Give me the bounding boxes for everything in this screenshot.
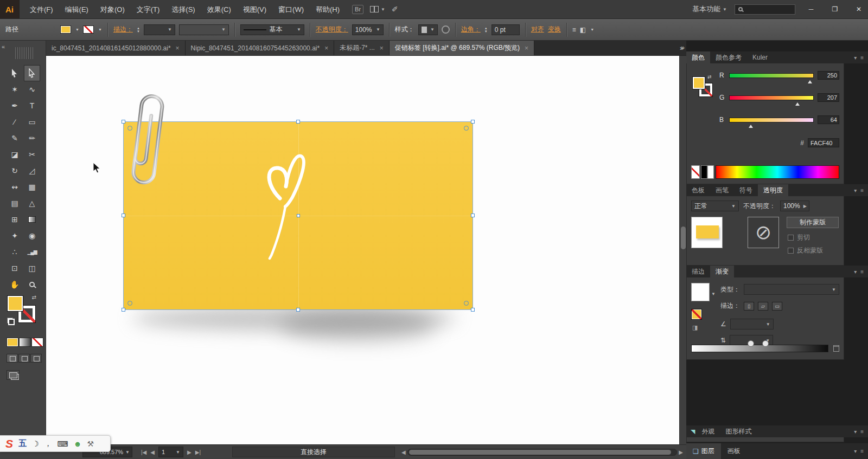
type-tool[interactable]: T [24,98,40,114]
panel-grip[interactable] [15,47,35,59]
corner-radius-widget[interactable] [464,301,469,306]
align-link[interactable]: 对齐 [531,25,544,34]
menu-file[interactable]: 文件(F) [24,0,59,19]
swap-fill-stroke-icon[interactable]: ⇄ [707,74,712,80]
scroll-left-icon[interactable]: ◀ [401,449,406,455]
menu-edit[interactable]: 编辑(E) [59,0,94,19]
menu-select[interactable]: 选择(S) [165,0,201,19]
white-swatch[interactable] [707,165,714,179]
column-graph-tool[interactable]: ▁▄▆ [24,244,40,260]
blend-mode-dropdown[interactable]: 正常▼ [691,201,739,211]
arrange-documents-button[interactable]: ▼ [370,6,385,12]
punctuation-icon[interactable]: ， [44,439,52,449]
red-slider[interactable] [729,73,814,78]
chevron-down-icon[interactable]: ▾ [854,448,857,454]
close-button[interactable]: ✕ [851,0,867,19]
gradient-swatch[interactable] [691,283,710,301]
gradient-bar[interactable] [691,345,828,352]
default-fill-stroke-icon[interactable] [7,318,13,324]
zoom-tool[interactable] [24,276,40,293]
artboard-number-dropdown[interactable]: 1 ▼ [158,447,183,457]
minimize-button[interactable]: ─ [803,0,819,19]
paintbrush-tool[interactable]: ✎ [7,130,23,146]
wrench-icon[interactable]: ⚒ [87,439,94,448]
mesh-tool[interactable]: ⊞ [7,211,23,228]
color-button[interactable] [7,338,18,347]
tab-symbols[interactable]: 符号 [734,184,758,196]
scroll-right-icon[interactable]: ▶ [679,449,683,455]
hand-tool[interactable]: ✋ [7,276,23,293]
corner-radius-widget[interactable] [464,126,469,131]
style-dropdown[interactable]: ▼ [418,24,438,35]
chevron-down-icon[interactable]: ▾ [854,188,857,193]
pencil-tool[interactable]: ✏ [24,130,40,146]
panel-menu-icon[interactable]: ≡ [860,429,864,435]
panel-menu-icon[interactable]: ≡ [860,188,864,193]
selection-handle[interactable] [471,120,475,124]
delete-stop-icon[interactable] [833,345,839,352]
fill-proxy[interactable] [7,295,23,312]
gradient-fill-proxy[interactable] [691,309,702,320]
horizontal-scrollbar[interactable]: ◀ ▶ [401,449,683,456]
opacity-dropdown[interactable]: 100%▼ [352,24,384,35]
selection-handle[interactable] [122,214,125,217]
rectangle-tool[interactable]: ▭ [24,114,40,130]
vertical-scrollbar[interactable] [679,56,686,444]
draw-behind-button[interactable] [18,354,30,363]
blue-slider-thumb[interactable] [749,122,753,128]
line-segment-tool[interactable]: ∕ [7,114,23,130]
symbol-sprayer-tool[interactable]: ∴ [7,244,23,260]
bridge-button[interactable]: Br [352,5,363,14]
corner-radius-widget[interactable] [127,301,132,306]
tab-layers[interactable]: ❏ 图层 [686,443,721,459]
horizontal-scroll-track[interactable] [407,449,678,456]
tab-stroke[interactable]: 描边 [686,266,710,277]
heart-artwork[interactable] [262,152,323,267]
slice-tool[interactable]: ◫ [24,260,40,276]
previous-artboard-icon[interactable]: ◀ [150,449,155,455]
mask-thumbnail[interactable]: ⊘ [748,217,779,248]
chevron-down-icon[interactable]: ▼ [711,292,716,296]
close-icon[interactable]: × [380,44,384,52]
transform-link[interactable]: 变换 [548,25,561,34]
gradient-button[interactable] [19,338,31,347]
ime-mode-label[interactable]: 五 [18,438,27,449]
stroke-within-button[interactable]: ▯ [744,302,754,311]
corner-stepper[interactable]: ▲▼ [484,27,488,33]
perspective-grid-tool[interactable]: △ [24,195,40,211]
user-icon[interactable]: ☻ [74,439,82,448]
scissors-tool[interactable]: ✂ [24,146,40,163]
blue-value-field[interactable]: 64 [818,115,839,124]
tab-transparency[interactable]: 透明度 [758,184,788,196]
document-tab[interactable]: 未标题-7* ... × [334,41,390,55]
swap-fill-stroke-icon[interactable]: ⇄ [32,294,36,300]
gradient-stop[interactable] [748,340,754,347]
workspace-switcher[interactable]: 基本功能 ▼ [692,4,727,14]
blue-slider[interactable] [729,118,814,122]
gradient-stroke-proxy[interactable]: ◨ [692,324,698,331]
tab-gradient[interactable]: 渐变 [710,266,734,277]
tab-kuler[interactable]: Kuler [747,51,773,63]
angle-dropdown[interactable]: ▼ [730,319,774,329]
moon-icon[interactable]: ☽ [32,439,39,448]
last-artboard-icon[interactable]: ▶| [195,449,201,455]
clip-checkbox[interactable] [788,235,794,241]
lasso-tool[interactable]: ∿ [24,81,40,98]
width-profile-dropdown[interactable]: ▼ [179,24,229,35]
keyboard-icon[interactable]: ⌨ [58,439,68,448]
draw-normal-button[interactable] [7,354,18,363]
more-options-icon[interactable]: ◧ [580,26,586,34]
vertical-scrollbar-thumb[interactable] [681,227,686,249]
menu-help[interactable]: 帮助(H) [310,0,346,19]
rotate-tool[interactable]: ↻ [7,163,23,179]
magic-wand-tool[interactable]: ✶ [7,81,23,98]
document-tab[interactable]: Nipic_8047451_20140816075445263000.ai* × [186,41,335,55]
close-icon[interactable]: × [525,44,528,52]
invert-mask-checkbox[interactable] [788,248,794,254]
pen-tool[interactable]: ✒ [7,98,23,114]
stroke-weight-dropdown[interactable]: ▼ [144,24,175,35]
close-icon[interactable]: × [176,44,180,52]
none-button[interactable] [31,338,43,347]
tab-graphic-styles[interactable]: 图形样式 [720,425,757,437]
menu-object[interactable]: 对象(O) [94,0,131,19]
